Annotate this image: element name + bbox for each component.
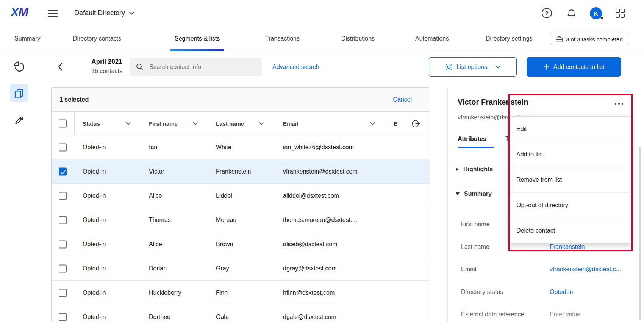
briefcase-icon — [556, 36, 563, 42]
row-checkbox[interactable] — [59, 143, 67, 151]
contact-name: Victor Frankenstein — [458, 98, 528, 106]
search-input[interactable] — [130, 58, 262, 76]
column-header-last-name[interactable]: Last name — [216, 120, 244, 127]
table-row-selected[interactable]: Opted-in Victor Frankenstein vfrankenste… — [52, 159, 430, 184]
row-checkbox[interactable] — [59, 192, 67, 200]
tab-transactions[interactable]: Transactions — [261, 26, 304, 51]
xm-logo[interactable]: XM — [11, 5, 28, 19]
field-value[interactable]: vfrankenstein@dsxtest.c... — [550, 266, 621, 273]
rail-segments-button[interactable] — [10, 58, 28, 76]
panel-scrollbar[interactable] — [639, 147, 641, 320]
tab-directory-settings[interactable]: Directory settings — [481, 26, 537, 51]
tab-label: Directory settings — [486, 35, 533, 42]
cell-status: Opted-in — [83, 241, 106, 248]
first-name-sort-chevron-icon[interactable] — [193, 122, 198, 125]
cell-first-name: Dorthee — [149, 314, 170, 320]
notifications-bell-icon[interactable] — [567, 8, 576, 18]
field-row: Email vfrankenstein@dsxtest.c... — [448, 266, 644, 274]
column-header-first-name[interactable]: First name — [149, 120, 178, 127]
field-label: External data reference — [461, 311, 524, 318]
highlights-label: Highlights — [463, 166, 493, 173]
cell-last-name: Finn — [216, 289, 228, 296]
back-button[interactable] — [58, 63, 63, 73]
table-row[interactable]: Opted-in Alice Brown aliceb@dsxtest.com — [52, 232, 430, 256]
row-checkbox[interactable] — [59, 289, 67, 297]
table-row[interactable]: Opted-in Dorian Gray dgray@dsxtest.com — [52, 256, 430, 281]
cell-status: Opted-in — [83, 289, 106, 296]
add-contacts-button[interactable]: Add contacts to list — [527, 57, 621, 77]
hamburger-menu-icon[interactable] — [48, 10, 58, 17]
tab-directory-contacts[interactable]: Directory contacts — [68, 26, 126, 51]
contact-more-menu-button[interactable] — [613, 102, 625, 106]
row-checkbox[interactable] — [59, 216, 67, 224]
menu-item-add-to-list[interactable]: Add to list — [510, 142, 631, 167]
table-row[interactable]: Opted-in Huckleberry Finn hfinn@dsxtest.… — [52, 281, 430, 305]
cell-last-name: Gray — [216, 265, 229, 272]
add-contacts-label: Add contacts to list — [553, 64, 604, 70]
select-all-checkbox[interactable] — [59, 119, 67, 127]
export-contacts-button[interactable] — [411, 119, 420, 130]
table-row[interactable]: Opted-in Dorthee Gale dgale@dsxtest.com — [52, 305, 430, 322]
field-value-placeholder[interactable]: Enter value — [550, 311, 580, 318]
table-row[interactable]: Opted-in Thomas Moreau thomas.moreau@dsx… — [52, 208, 430, 232]
app-switcher-icon[interactable] — [615, 8, 625, 18]
directory-selector[interactable]: Default Directory — [74, 0, 134, 26]
search-box — [130, 58, 262, 76]
row-checkbox-checked[interactable] — [59, 167, 67, 175]
tab-truncated[interactable]: T — [505, 136, 509, 142]
last-name-sort-chevron-icon[interactable] — [259, 122, 264, 125]
menu-item-opt-out[interactable]: Opt-out of directory — [510, 193, 631, 218]
cell-status: Opted-in — [83, 168, 106, 175]
tab-distributions[interactable]: Distributions — [337, 26, 379, 51]
row-checkbox[interactable] — [59, 240, 67, 248]
table-row[interactable]: Opted-in Alice Liddel aliddel@dsxtest.co… — [52, 184, 430, 208]
eyedropper-icon — [14, 116, 24, 125]
lists-icon — [14, 88, 24, 98]
help-icon[interactable]: ? — [542, 8, 552, 18]
row-checkbox[interactable] — [59, 313, 67, 321]
logo-letter-x: X — [11, 5, 18, 19]
tab-attributes[interactable]: Attributes — [458, 136, 486, 142]
active-tab-underline — [458, 147, 494, 148]
summary-section-toggle[interactable]: Summary — [456, 191, 492, 197]
column-header-status[interactable]: Status — [83, 120, 100, 127]
cancel-selection-link[interactable]: Cancel — [393, 96, 412, 103]
field-row: Last name Frankenstein — [448, 244, 644, 251]
tasks-completed-button[interactable]: 3 of 3 tasks completed — [550, 33, 628, 45]
row-checkbox[interactable] — [59, 264, 67, 272]
menu-item-delete-contact[interactable]: Delete contact — [510, 218, 631, 243]
field-value[interactable]: Frankenstein — [550, 244, 585, 250]
list-options-label: List options — [456, 64, 487, 70]
menu-item-edit[interactable]: Edit — [510, 117, 631, 142]
cell-email: aliceb@dsxtest.com — [283, 241, 337, 248]
cell-email: ian_white76@dsxtest.com — [283, 144, 354, 151]
field-label: First name — [461, 221, 490, 228]
cell-status: Opted-in — [83, 265, 106, 272]
plus-icon — [543, 64, 550, 70]
help-glyph: ? — [545, 10, 549, 16]
cell-first-name: Thomas — [149, 217, 171, 224]
menu-item-remove-from-list[interactable]: Remove from list — [510, 167, 631, 193]
field-label: Last name — [461, 244, 489, 250]
rail-tools-button[interactable] — [10, 111, 28, 130]
cell-first-name: Huckleberry — [149, 289, 181, 296]
column-header-email[interactable]: Email — [283, 120, 298, 127]
rail-lists-button[interactable] — [10, 84, 28, 102]
status-sort-chevron-icon[interactable] — [126, 122, 131, 125]
tab-summary[interactable]: Summary — [10, 26, 45, 51]
highlights-section-toggle[interactable]: Highlights — [456, 166, 493, 173]
field-value[interactable]: Opted-in — [550, 289, 573, 295]
cell-last-name: Liddel — [216, 192, 232, 199]
cell-last-name: Brown — [216, 241, 233, 248]
table-row[interactable]: Opted-in Ian White ian_white76@dsxtest.c… — [52, 135, 430, 159]
cell-first-name: Dorian — [149, 265, 167, 272]
advanced-search-link[interactable]: Advanced search — [272, 64, 319, 70]
tab-segments-lists[interactable]: Segments & lists — [170, 26, 224, 51]
column-header-truncated[interactable]: E — [394, 120, 397, 127]
list-toolbar: April 2021 16 contacts Advanced search L… — [38, 51, 644, 87]
tab-automations[interactable]: Automations — [411, 26, 453, 51]
tab-label: Directory contacts — [73, 35, 121, 42]
list-options-button[interactable]: List options — [429, 57, 517, 77]
gear-icon — [445, 63, 453, 71]
email-sort-chevron-icon[interactable] — [370, 122, 375, 125]
